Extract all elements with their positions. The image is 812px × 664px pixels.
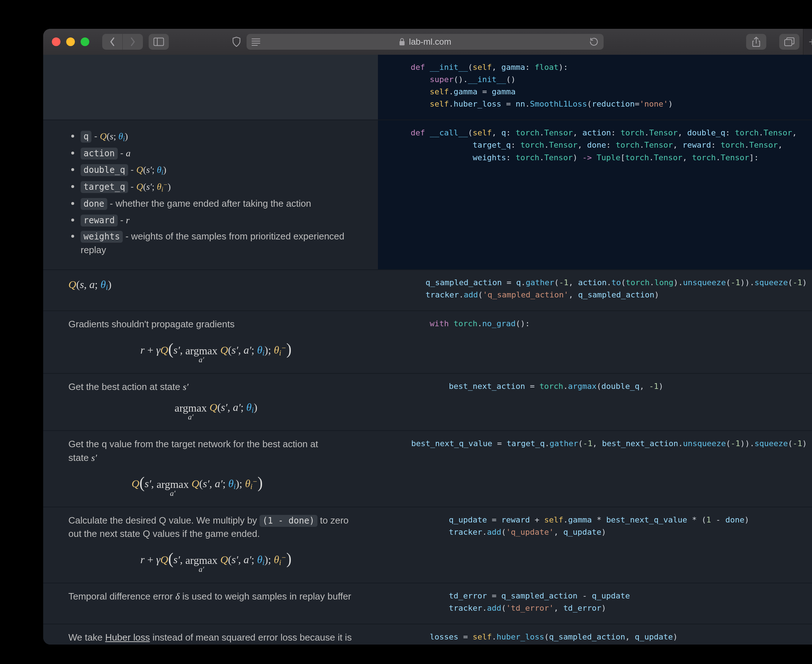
url-text: lab-ml.com [409, 37, 451, 47]
svg-rect-0 [154, 38, 164, 46]
window-controls [43, 37, 89, 46]
tabs-icon [784, 37, 795, 46]
code-cell: td_error = q_sampled_action - q_update t… [378, 583, 812, 624]
forward-button[interactable] [123, 34, 143, 50]
param-code: weights [81, 231, 123, 243]
code-cell: def __call__(self, q: torch.Tensor, acti… [378, 120, 812, 269]
tabs-button[interactable] [779, 34, 799, 50]
reader-icon [251, 38, 261, 46]
annotated-row: Get the q value from the target network … [43, 430, 812, 506]
code-cell: losses = self.huber_loss(q_sampled_actio… [378, 624, 812, 644]
shield-icon [231, 36, 242, 47]
doc-text: We take Huber loss instead of mean squar… [68, 631, 364, 644]
reload-icon [589, 37, 599, 46]
doc-text: Get the best action at state s′ [68, 380, 364, 394]
new-tab-button[interactable]: + [803, 29, 812, 55]
doc-text: Calculate the desired Q value. We multip… [68, 514, 364, 541]
param-code: done [81, 198, 107, 210]
plus-icon: + [809, 35, 812, 49]
annotated-row: Gradients shouldn't propagate gradientsr… [43, 311, 812, 373]
doc-cell: Gradients shouldn't propagate gradientsr… [43, 311, 378, 373]
code-cell: with torch.no_grad(): [378, 311, 812, 373]
share-button[interactable] [746, 34, 766, 50]
close-window-button[interactable] [52, 37, 60, 46]
maximize-window-button[interactable] [81, 37, 89, 46]
annotated-row: q - Q(s; θi)action - adouble_q - Q(s′; θ… [43, 120, 812, 269]
sidebar-button[interactable] [149, 34, 169, 50]
minimize-window-button[interactable] [66, 37, 75, 46]
page-content[interactable]: def __init__(self, gamma: float): super(… [43, 55, 812, 644]
doc-cell: Get the q value from the target network … [43, 431, 341, 506]
doc-cell: Get the best action at state s′argmaxa′ … [43, 374, 378, 431]
annotated-row: Temporal difference error δ is used to w… [43, 583, 812, 624]
annotated-row: Q(s, a; θi) q_sampled_action = q.gather(… [43, 269, 812, 311]
lock-icon [399, 38, 405, 46]
chevron-right-icon [130, 37, 136, 46]
doc-cell: Calculate the desired Q value. We multip… [43, 507, 378, 583]
back-button[interactable] [102, 34, 123, 50]
annotated-row: Get the best action at state s′argmaxa′ … [43, 373, 812, 431]
doc-cell: Q(s, a; θi) [43, 270, 374, 311]
param-item: double_q - Q(s′; θi) [68, 163, 364, 177]
browser-window: lab-ml.com + def __init__(self, gamma: f… [43, 29, 812, 644]
doc-formula: r + γQ(s′, argmaxa′ Q(s′, a′; θi); θi−) [68, 337, 364, 364]
param-item: target_q - Q(s′; θi−) [68, 180, 364, 194]
address-bar[interactable]: lab-ml.com [247, 34, 604, 50]
doc-cell: Temporal difference error δ is used to w… [43, 583, 378, 624]
sidebar-icon [153, 37, 164, 46]
share-icon [752, 36, 761, 47]
doc-formula: Q(s, a; θi) [68, 277, 359, 293]
doc-formula: r + γQ(s′, argmaxa′ Q(s′, a′; θi); θi−) [68, 547, 364, 573]
param-list: q - Q(s; θi)action - adouble_q - Q(s′; θ… [68, 130, 364, 257]
code-cell: best_next_action = torch.argmax(double_q… [378, 374, 812, 431]
code-cell: q_sampled_action = q.gather(-1, action.t… [374, 270, 812, 311]
doc-cell: q - Q(s; θi)action - adouble_q - Q(s′; θ… [43, 120, 378, 269]
privacy-report-button[interactable] [226, 34, 247, 50]
svg-rect-7 [784, 40, 792, 46]
doc-text: Temporal difference error δ is used to w… [68, 590, 364, 604]
param-code: q [81, 131, 91, 143]
nav-back-forward [102, 34, 143, 50]
annotated-row: We take Huber loss instead of mean squar… [43, 624, 812, 644]
doc-formula: Q(s′, argmaxa′ Q(s′, a′; θi); θi−) [68, 470, 326, 497]
annotated-row: Calculate the desired Q value. We multip… [43, 507, 812, 583]
doc-text: Gradients shouldn't propagate gradients [68, 317, 364, 331]
titlebar: lab-ml.com + [43, 29, 812, 55]
code-cell: def __init__(self, gamma: float): super(… [378, 55, 812, 120]
param-code: double_q [81, 164, 128, 176]
param-code: action [81, 148, 118, 159]
param-item: done - whether the game ended after taki… [68, 197, 364, 211]
doc-text: Get the q value from the target network … [68, 438, 326, 464]
doc-cell: We take Huber loss instead of mean squar… [43, 624, 378, 644]
reload-button[interactable] [589, 37, 599, 46]
code-cell: best_next_q_value = target_q.gather(-1, … [341, 431, 812, 506]
reader-button[interactable] [251, 38, 261, 46]
code-cell: q_update = reward + self.gamma * best_ne… [378, 507, 812, 583]
param-item: reward - r [68, 213, 364, 227]
param-code: target_q [81, 181, 128, 193]
doc-cell [43, 55, 378, 120]
chevron-left-icon [109, 37, 115, 46]
svg-rect-6 [400, 41, 404, 46]
param-item: weights - weights of the samples from pr… [68, 230, 364, 257]
param-code: reward [81, 215, 118, 226]
huber-loss-link[interactable]: Huber loss [105, 632, 150, 643]
param-item: action - a [68, 146, 364, 160]
annotated-row: def __init__(self, gamma: float): super(… [43, 55, 812, 120]
doc-formula: argmaxa′ Q(s′, a′; θi) [68, 399, 364, 421]
param-item: q - Q(s; θi) [68, 130, 364, 144]
